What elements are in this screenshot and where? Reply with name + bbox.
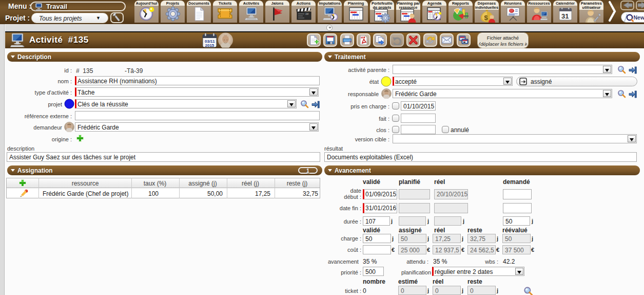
svg-text:1M: 1M xyxy=(305,13,309,15)
svg-text:$: $ xyxy=(484,14,488,22)
svg-text:31: 31 xyxy=(561,12,569,20)
svg-text:New ta: New ta xyxy=(634,14,644,21)
svg-text:2015: 2015 xyxy=(205,43,214,48)
svg-text:PDF: PDF xyxy=(361,36,364,39)
